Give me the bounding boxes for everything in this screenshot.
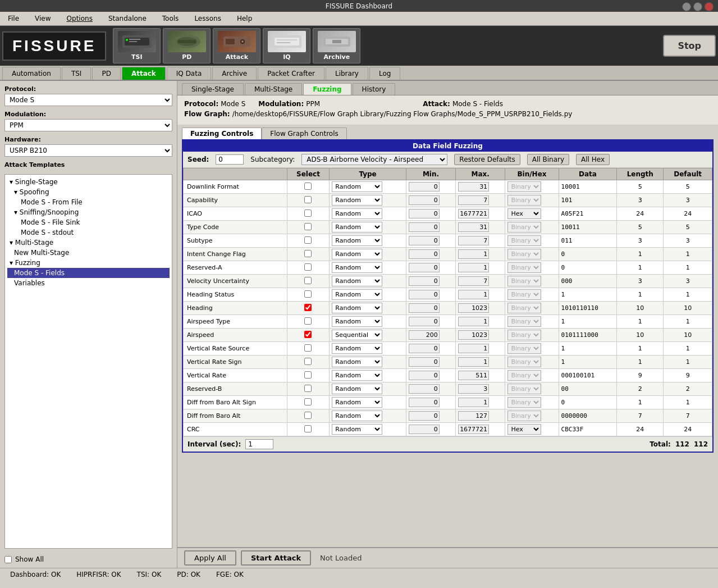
row-checkbox[interactable] (304, 196, 312, 203)
binhex-select[interactable]: BinaryHex (507, 235, 541, 246)
min-input[interactable] (409, 398, 440, 407)
tab-log[interactable]: Log (369, 67, 400, 80)
tab-attack[interactable]: Attack (122, 67, 166, 80)
subtab-history[interactable]: History (353, 83, 396, 95)
select-cell[interactable] (287, 234, 330, 248)
flow-graph-controls-tab[interactable]: Flow Graph Controls (262, 127, 346, 139)
row-checkbox[interactable] (304, 398, 312, 405)
tab-archive[interactable]: Archive (212, 67, 257, 80)
binhex-cell[interactable]: BinaryHex (505, 180, 559, 194)
type-cell[interactable]: RandomSequentialFixed (330, 275, 406, 288)
type-select[interactable]: RandomSequentialFixed (332, 249, 382, 259)
max-input[interactable] (458, 303, 489, 313)
hw-tab-iq[interactable]: IQ (263, 28, 310, 63)
hw-tab-attack[interactable]: Attack (213, 28, 260, 63)
select-cell[interactable] (287, 207, 330, 221)
type-cell[interactable]: RandomSequentialFixed (330, 409, 406, 423)
type-cell[interactable]: RandomSequentialFixed (330, 302, 406, 315)
min-input[interactable] (409, 330, 440, 340)
max-input[interactable] (458, 317, 489, 326)
type-cell[interactable]: RandomSequentialFixed (330, 234, 406, 248)
type-cell[interactable]: RandomSequentialFixed (330, 288, 406, 302)
subtab-single-stage[interactable]: Single-Stage (182, 83, 244, 95)
type-cell[interactable]: RandomSequentialFixed (330, 329, 406, 342)
binhex-select[interactable]: BinaryHex (507, 424, 541, 435)
tree-fuzzing[interactable]: ▾ Fuzzing (7, 258, 170, 268)
binhex-cell[interactable]: BinaryHex (505, 409, 559, 423)
menu-file[interactable]: File (4, 13, 22, 24)
type-cell[interactable]: RandomSequentialFixed (330, 315, 406, 329)
row-checkbox[interactable] (304, 412, 312, 419)
binhex-select[interactable]: BinaryHex (507, 181, 541, 192)
binhex-cell[interactable]: BinaryHex (505, 248, 559, 261)
row-checkbox[interactable] (304, 250, 312, 257)
max-input[interactable] (458, 195, 489, 205)
max-input[interactable] (458, 290, 489, 299)
binhex-select[interactable]: BinaryHex (507, 262, 541, 273)
tree-mode-s-from-file[interactable]: Mode S - From File (7, 197, 170, 207)
min-input[interactable] (409, 303, 440, 313)
menu-tools[interactable]: Tools (159, 13, 182, 24)
binhex-cell[interactable]: BinaryHex (505, 355, 559, 369)
binhex-select[interactable]: BinaryHex (507, 370, 541, 381)
type-select[interactable]: RandomSequentialFixed (332, 316, 382, 327)
binhex-select[interactable]: BinaryHex (507, 357, 541, 367)
subcategory-select[interactable]: ADS-B Airborne Velocity - Airspeed (301, 154, 447, 165)
menu-help[interactable]: Help (234, 13, 255, 24)
min-input[interactable] (409, 317, 440, 326)
row-checkbox[interactable] (304, 236, 312, 244)
type-select[interactable]: RandomSequentialFixed (332, 424, 382, 435)
type-cell[interactable]: RandomSequentialFixed (330, 396, 406, 409)
menu-lessons[interactable]: Lessons (191, 13, 225, 24)
binhex-select[interactable]: BinaryHex (507, 222, 541, 233)
hw-tab-pd[interactable]: PD (163, 28, 211, 63)
select-cell[interactable] (287, 355, 330, 369)
tree-sniffing-snooping[interactable]: ▾ Sniffing/Snooping (7, 207, 170, 217)
type-cell[interactable]: RandomSequentialFixed (330, 355, 406, 369)
min-input[interactable] (409, 209, 440, 218)
tab-tsi[interactable]: TSI (62, 67, 92, 80)
type-cell[interactable]: RandomSequentialFixed (330, 261, 406, 275)
tree-mode-s-stdout[interactable]: Mode S - stdout (7, 227, 170, 238)
max-input[interactable] (458, 398, 489, 407)
type-select[interactable]: RandomSequentialFixed (332, 195, 382, 206)
type-cell[interactable]: RandomSequentialFixed (330, 180, 406, 194)
binhex-cell[interactable]: BinaryHex (505, 234, 559, 248)
type-select[interactable]: RandomSequentialFixed (332, 289, 382, 300)
binhex-cell[interactable]: BinaryHex (505, 275, 559, 288)
type-select[interactable]: RandomSequentialFixed (332, 181, 382, 192)
select-cell[interactable] (287, 329, 330, 342)
show-all-checkbox[interactable] (4, 556, 12, 563)
min-input[interactable] (409, 290, 440, 299)
type-cell[interactable]: RandomSequentialFixed (330, 382, 406, 396)
subtab-multi-stage[interactable]: Multi-Stage (245, 83, 302, 95)
row-checkbox[interactable] (304, 209, 312, 217)
start-attack-button[interactable]: Start Attack (241, 550, 311, 566)
binhex-select[interactable]: BinaryHex (507, 249, 541, 259)
tree-multi-stage[interactable]: ▾ Multi-Stage (7, 238, 170, 248)
type-select[interactable]: RandomSequentialFixed (332, 235, 382, 246)
max-input[interactable] (458, 249, 489, 259)
row-checkbox[interactable] (304, 371, 312, 379)
max-input[interactable] (458, 236, 489, 245)
tab-automation[interactable]: Automation (2, 67, 61, 80)
binhex-cell[interactable]: BinaryHex (505, 396, 559, 409)
select-cell[interactable] (287, 194, 330, 207)
max-input[interactable] (458, 357, 489, 367)
type-select[interactable]: RandomSequentialFixed (332, 208, 382, 219)
max-input[interactable] (458, 222, 489, 232)
all-hex-button[interactable]: All Hex (576, 154, 610, 165)
restore-defaults-button[interactable]: Restore Defaults (454, 154, 520, 165)
min-input[interactable] (409, 344, 440, 353)
max-input[interactable] (458, 263, 489, 272)
window-controls[interactable] (682, 2, 714, 11)
min-input[interactable] (409, 249, 440, 259)
row-checkbox[interactable] (304, 358, 312, 365)
type-select[interactable]: RandomSequentialFixed (332, 276, 382, 286)
min-input[interactable] (409, 182, 440, 192)
binhex-select[interactable]: BinaryHex (507, 384, 541, 394)
select-cell[interactable] (287, 382, 330, 396)
max-input[interactable] (458, 371, 489, 380)
binhex-cell[interactable]: BinaryHex (505, 342, 559, 355)
type-select[interactable]: RandomSequentialFixed (332, 303, 382, 313)
